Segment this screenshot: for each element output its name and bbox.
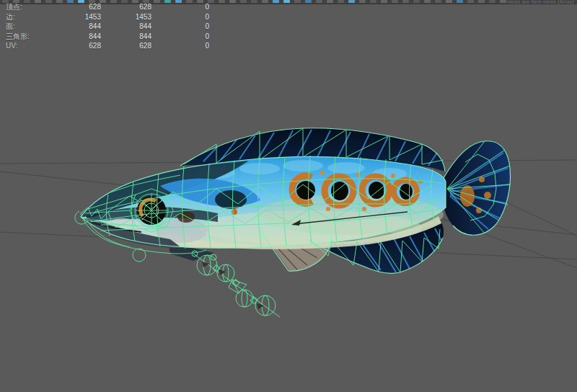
toolbar-icon-fragment[interactable] — [229, 0, 236, 3]
toolbar-icon-fragment[interactable] — [478, 0, 485, 3]
fish-model[interactable] — [75, 128, 511, 317]
toolbar-icon-fragment[interactable] — [500, 0, 506, 3]
toolbar-icon-fragment[interactable] — [489, 0, 495, 3]
toolbar-icon-fragment[interactable] — [327, 0, 333, 3]
toolbar-icon-fragment[interactable] — [359, 0, 366, 3]
3d-viewport[interactable] — [0, 0, 577, 392]
toolbar-icon-fragment[interactable] — [446, 0, 452, 3]
toolbar-icon-fragment[interactable] — [392, 0, 398, 3]
toolbar-icon-fragment[interactable] — [219, 0, 225, 3]
toolbar-icon-fragment[interactable] — [370, 0, 376, 3]
toolbar-icon-fragment[interactable] — [305, 0, 312, 3]
toolbar-icon-fragment[interactable] — [402, 0, 409, 3]
hud-row-edges: 边: 1453 1453 0 — [6, 12, 209, 22]
hud-row-triangles: 三角形: 844 844 0 — [6, 32, 209, 42]
toolbar-icon-fragment[interactable] — [240, 0, 247, 3]
toolbar-icon-fragment[interactable] — [294, 0, 301, 3]
viewport-panel[interactable]: views are item views (Array) 顶点: 628 628… — [0, 0, 577, 392]
toolbar-icon-fragment[interactable] — [381, 0, 387, 3]
toolbar-icon-fragment[interactable] — [283, 0, 290, 3]
toolbar-icon-fragment[interactable] — [413, 0, 420, 3]
toolbar-icon-fragment[interactable] — [348, 0, 355, 3]
toolbar-icon-fragment[interactable] — [262, 0, 268, 3]
top-right-hud-text: views are item views (Array) — [507, 0, 574, 4]
hud-row-faces: 面: 844 844 0 — [6, 22, 209, 32]
toolbar-icon-fragment[interactable] — [251, 0, 257, 3]
toolbar-icon-fragment[interactable] — [457, 0, 463, 3]
hud-row-vertices: 顶点: 628 628 0 — [6, 2, 209, 12]
poly-count-hud: 顶点: 628 628 0 边: 1453 1453 0 面: 844 844 … — [6, 2, 209, 51]
toolbar-icon-fragment[interactable] — [273, 0, 279, 3]
toolbar-icon-fragment[interactable] — [435, 0, 441, 3]
pelvic-wire-circles — [192, 251, 280, 317]
toolbar-icon-fragment[interactable] — [467, 0, 474, 3]
toolbar-icon-fragment[interactable] — [424, 0, 431, 3]
toolbar-icon-fragment[interactable] — [338, 0, 344, 3]
hud-row-uv: UV: 628 628 0 — [6, 41, 209, 51]
toolbar-icon-fragment[interactable] — [316, 0, 322, 3]
